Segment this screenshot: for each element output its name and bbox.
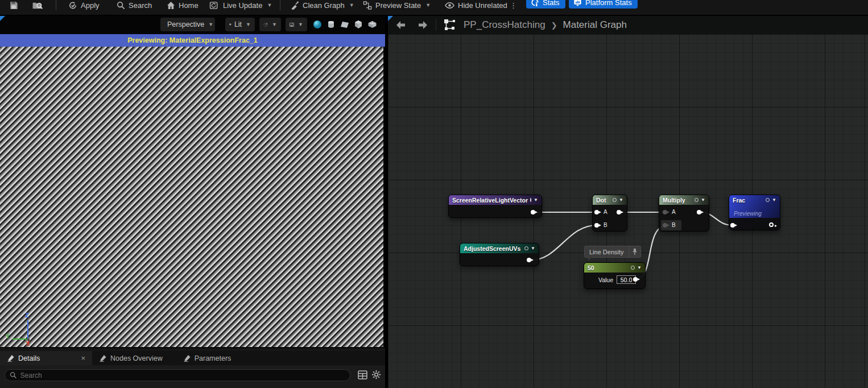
node-title: Frac xyxy=(733,197,745,204)
comment-bubble-line-density[interactable]: Line Density xyxy=(584,246,641,258)
live-update-button[interactable]: Live Update ▼ xyxy=(209,0,272,10)
toolbar-separator xyxy=(56,0,56,10)
cylinder-shape-icon xyxy=(326,20,336,29)
platform-stats-button[interactable]: Platform Stats xyxy=(569,0,638,9)
node-advanced-icon[interactable] xyxy=(530,198,531,202)
pin-dot-a-input[interactable] xyxy=(594,210,599,214)
save-button[interactable] xyxy=(9,0,18,10)
hide-unrelated-label: Hide Unrelated xyxy=(458,1,507,10)
breadcrumb-asset-name[interactable]: PP_CrossHatching xyxy=(464,19,545,31)
toolbar-overflow-menu[interactable]: ⋮ xyxy=(510,0,517,10)
chevron-down-icon[interactable]: ▼ xyxy=(701,197,705,203)
value-label: Value xyxy=(598,276,613,283)
details-tab-icon xyxy=(7,354,15,362)
chevron-down-icon: ▼ xyxy=(246,22,251,27)
pin-asuv-output[interactable] xyxy=(527,258,531,262)
details-search-box[interactable] xyxy=(5,369,350,381)
apply-button[interactable]: Apply xyxy=(68,0,100,10)
node-advanced-icon[interactable] xyxy=(524,246,528,250)
node-adjustedscreenuvs[interactable]: AdjustedScreenUVs ▼ xyxy=(460,243,539,266)
preview-state-icon xyxy=(363,1,372,10)
pin-srlv-output[interactable] xyxy=(531,210,535,214)
chevron-down-icon[interactable]: ▼ xyxy=(637,265,642,270)
panel-focus-indicator xyxy=(388,16,393,21)
hide-unrelated-button[interactable]: Hide Unrelated xyxy=(445,0,507,10)
preview-shape-mesh-button[interactable] xyxy=(366,19,378,30)
hide-unrelated-eye-icon xyxy=(445,1,454,10)
preview-shape-cube-button[interactable] xyxy=(352,19,365,30)
home-button[interactable]: Home xyxy=(167,0,199,10)
pin-50-output[interactable] xyxy=(633,277,638,282)
axis-x-label: X xyxy=(26,340,30,347)
browse-icon xyxy=(32,1,43,10)
tab-parameters-label: Parameters xyxy=(195,354,232,362)
search-icon xyxy=(10,372,17,379)
graph-scroll-track[interactable] xyxy=(864,34,865,388)
close-icon[interactable]: × xyxy=(81,354,85,362)
clean-graph-label: Clean Graph xyxy=(303,1,345,10)
node-advanced-icon[interactable] xyxy=(613,198,617,202)
platform-stats-label: Platform Stats xyxy=(585,0,632,7)
chevron-down-icon[interactable]: ▼ xyxy=(534,197,538,203)
browse-button[interactable] xyxy=(32,0,43,10)
back-arrow-icon[interactable] xyxy=(395,20,407,30)
chevron-down-icon[interactable]: ▼ xyxy=(531,246,535,251)
chevron-down-icon[interactable]: ▼ xyxy=(772,197,776,203)
chevron-down-icon: ▼ xyxy=(349,2,354,8)
clean-graph-button[interactable]: Clean Graph ▼ xyxy=(290,0,354,10)
platform-stats-icon xyxy=(573,0,582,7)
chevron-down-icon[interactable]: ▼ xyxy=(619,197,623,203)
preview-shape-plane-button[interactable] xyxy=(338,19,351,30)
graph-canvas[interactable]: ScreenRelativeLightVector ▼ Dot ▼ A B Mu… xyxy=(388,34,868,388)
axis-gizmo: Z Y X xyxy=(0,299,46,350)
gear-icon[interactable] xyxy=(371,370,381,379)
live-update-label: Live Update xyxy=(223,1,262,10)
pin-dot-output[interactable] xyxy=(617,210,621,214)
stats-icon xyxy=(531,0,539,7)
perspective-dropdown[interactable]: Perspective ▼ xyxy=(160,18,215,31)
material-graph-panel: PP_CrossHatching ❯ Material Graph Screen… xyxy=(388,16,868,388)
sphere-shape-icon xyxy=(313,20,322,29)
home-icon xyxy=(167,1,175,10)
display-filter-icon[interactable] xyxy=(358,370,367,379)
preview-shape-cylinder-button[interactable] xyxy=(325,19,337,30)
preview-state-button[interactable]: Preview State ▼ xyxy=(363,0,431,10)
main-toolbar: Apply Search Home Live Update ▼ Clean Gr… xyxy=(0,0,868,15)
preview-shape-sphere-button[interactable] xyxy=(311,19,324,30)
pin-dot-b-input[interactable] xyxy=(594,223,599,228)
tab-nodes-overview[interactable]: Nodes Overview xyxy=(92,351,170,365)
axis-z-label: Z xyxy=(25,312,29,319)
breadcrumb-separator xyxy=(436,19,436,31)
perspective-label: Perspective xyxy=(167,20,204,28)
details-search-input[interactable] xyxy=(20,372,345,379)
lit-sphere-icon xyxy=(229,21,232,28)
pin-multiply-b-input[interactable] xyxy=(663,223,667,228)
tab-parameters[interactable]: Parameters xyxy=(176,351,238,365)
crosshatch-preview-render[interactable] xyxy=(0,47,383,347)
lit-mode-dropdown[interactable]: Lit ▼ xyxy=(225,18,255,31)
node-advanced-icon[interactable] xyxy=(631,266,635,270)
node-constant-50[interactable]: 50 ▼ Value 50.0 xyxy=(584,262,646,289)
details-search-row xyxy=(0,365,385,386)
node-advanced-icon[interactable] xyxy=(695,198,698,202)
pin-multiply-a-input[interactable] xyxy=(663,210,667,214)
search-button[interactable]: Search xyxy=(117,0,152,10)
node-advanced-icon[interactable] xyxy=(766,198,770,202)
screenshot-dropdown[interactable]: ▼ xyxy=(286,18,307,31)
chevron-down-icon: ▼ xyxy=(425,2,431,8)
show-flags-dropdown[interactable]: ▼ xyxy=(259,18,281,31)
breadcrumb-graph-name[interactable]: Material Graph xyxy=(563,19,627,31)
view-options-icon xyxy=(263,20,268,29)
material-preview-viewport[interactable]: Perspective ▼ Lit ▼ ▼ ▼ Previewing: Mate… xyxy=(0,16,385,348)
forward-arrow-icon[interactable] xyxy=(416,20,429,30)
pin-bubble-icon[interactable] xyxy=(632,248,638,256)
pin-multiply-output[interactable] xyxy=(697,210,701,214)
lit-label: Lit xyxy=(234,20,242,28)
pin-frac-output[interactable] xyxy=(769,222,774,227)
pin-frac-input[interactable] xyxy=(730,223,735,228)
kebab-icon: ⋮ xyxy=(510,1,517,10)
node-screenrelativelightvector[interactable]: ScreenRelativeLightVector ▼ xyxy=(448,195,542,218)
pin-label-a: A xyxy=(672,209,676,215)
tab-details[interactable]: Details × xyxy=(0,351,92,365)
stats-button[interactable]: Stats xyxy=(526,0,565,9)
